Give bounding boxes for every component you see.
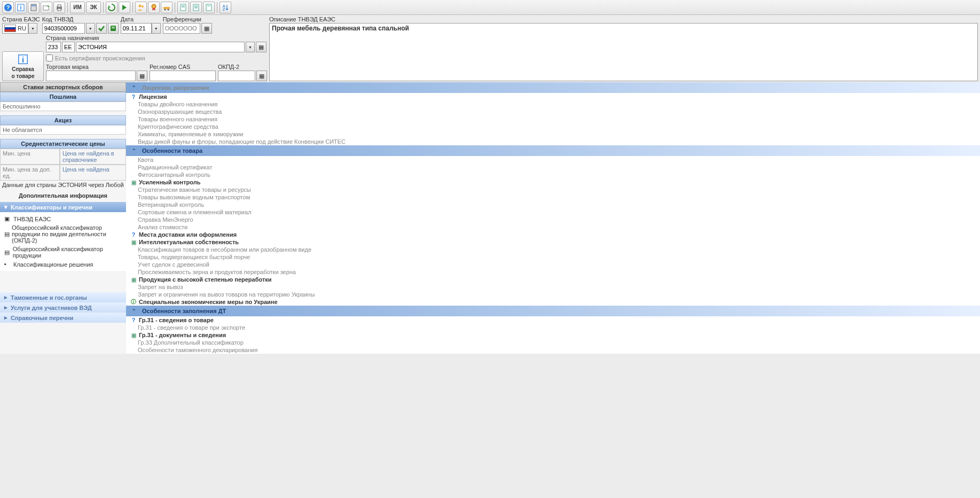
list-item-header[interactable]: ▣Продукция с высокой степенью переработк… [126, 276, 980, 283]
list-item[interactable]: Справка МинЭнерго [126, 216, 980, 223]
list-item[interactable]: Запрет на вывоз [126, 283, 980, 291]
tb-users-icon[interactable] [135, 2, 147, 13]
group-header[interactable]: ⌃Особенности заполнения ДТ [126, 306, 980, 316]
tnved-input[interactable] [42, 23, 85, 34]
acc-classifiers[interactable]: ▾ Классификаторы и перечни [0, 202, 126, 212]
group-header[interactable]: ⌃Лицензии, разрешения [126, 82, 980, 93]
list-item[interactable]: Сортовые семена и племенной материал [126, 208, 980, 216]
dest-cc-input[interactable] [62, 42, 75, 52]
list-item[interactable]: Виды дикой фауны и флоры, попадающие под… [126, 138, 980, 145]
group-header[interactable]: ⌃Особенности товара [126, 145, 980, 156]
okpd-input[interactable] [218, 71, 255, 81]
tb-sort-icon[interactable]: AZ [219, 2, 231, 13]
acc-services[interactable]: ▸ Услуги для участников ВЭД [0, 302, 126, 313]
svg-point-10 [139, 4, 142, 7]
list-item[interactable]: Товары вывозимые водным транспортом [126, 193, 980, 201]
trade-mark-grid-icon[interactable]: ▦ [137, 71, 147, 81]
okpd-grid-icon[interactable]: ▦ [256, 71, 267, 81]
list-item[interactable]: Гр.33 Дополнительный классификатор [126, 339, 980, 346]
tb-im-button[interactable]: ИМ [70, 2, 85, 13]
date-input[interactable] [121, 23, 152, 34]
list-item-header[interactable]: ▣Интеллектуальная собственность [126, 238, 980, 246]
list-item[interactable]: Стратегически важные товары и ресурсы [126, 186, 980, 193]
pref-input[interactable] [163, 23, 200, 34]
left-panel: Ставки экспортных сборов Пошлина Беспошл… [0, 82, 126, 354]
list-item[interactable]: Анализ стоимости [126, 223, 980, 231]
list-item[interactable]: Фитосанитарный контроль [126, 171, 980, 178]
list-item[interactable]: Товары военного назначения [126, 115, 980, 123]
tb-refresh-icon[interactable] [106, 2, 117, 13]
tb-info-icon[interactable]: i [15, 2, 27, 13]
collapse-icon[interactable]: ⌃ [130, 147, 138, 154]
tnved-dropdown[interactable] [86, 23, 95, 34]
list-item-header[interactable]: ?Лицензия [126, 93, 980, 100]
svg-rect-16 [181, 4, 186, 11]
chevron-right-icon: ▸ [4, 304, 7, 311]
dest-dropdown[interactable] [246, 42, 255, 52]
country-eaes-select[interactable]: RU [2, 23, 28, 34]
list-item[interactable]: Особенности таможенного декларирования [126, 346, 980, 354]
product-info-button[interactable]: i Справка о товаре [2, 51, 44, 81]
pref-grid-icon[interactable]: ▦ [201, 23, 212, 34]
dest-label: Страна назначения [46, 35, 267, 41]
list-item[interactable]: Квота [126, 156, 980, 164]
tree-icon: ▤ [4, 231, 10, 238]
list-item[interactable]: Учет сделок с древесиной [126, 261, 980, 268]
svg-rect-5 [32, 5, 36, 6]
dest-name-input[interactable] [76, 42, 245, 52]
tnved-book-icon[interactable] [108, 23, 119, 34]
add-info-header: Дополнительная информация [0, 189, 126, 202]
date-label: Дата [121, 16, 161, 22]
tb-help-icon[interactable]: ? [2, 2, 14, 13]
min-price-value: Цена не найдена в справочнике [60, 149, 126, 165]
tb-export-icon[interactable] [41, 2, 52, 13]
tb-cert-icon[interactable] [148, 2, 160, 13]
cas-input[interactable] [150, 71, 216, 81]
list-item[interactable]: Криптографические средства [126, 123, 980, 130]
cert-checkbox[interactable] [46, 55, 53, 61]
tb-page3-icon[interactable] [203, 2, 215, 13]
list-item-header[interactable]: ⓘСпециальные экономические меры по Украи… [126, 298, 980, 306]
tb-page2-icon[interactable] [190, 2, 202, 13]
tb-print-icon[interactable] [53, 2, 65, 13]
tb-car-icon[interactable] [161, 2, 173, 13]
list-item[interactable]: Химикаты, применяемые в химоружии [126, 130, 980, 138]
trade-mark-input[interactable] [46, 71, 136, 81]
country-eaes-dropdown[interactable] [28, 23, 37, 34]
list-item[interactable]: Озоноразрушающие вещества [126, 108, 980, 115]
svg-text:?: ? [6, 4, 10, 11]
tb-page1-icon[interactable] [177, 2, 189, 13]
list-item[interactable]: Гр.31 - сведения о товаре при экспорте [126, 324, 980, 331]
acc-customs[interactable]: ▸ Таможенные и гос.органы [0, 292, 126, 302]
acc-reference[interactable]: ▸ Справочные перечни [0, 313, 126, 323]
list-item-header[interactable]: ?Гр.31 - сведения о товаре [126, 316, 980, 324]
tnved-label: Код ТНВЭД [42, 16, 119, 22]
list-item[interactable]: Ветеринарный контроль [126, 201, 980, 208]
dest-grid-icon[interactable]: ▦ [256, 42, 266, 52]
classifier-link[interactable]: ▪Классификационые решения [4, 260, 122, 269]
list-item[interactable]: Запрет и ограничения на вывоз товаров на… [126, 291, 980, 298]
min-price-label: Мин. цена [0, 149, 60, 165]
list-item[interactable]: Радиационный сертификат [126, 164, 980, 171]
date-dropdown[interactable] [152, 23, 161, 34]
list-item-header[interactable]: ?Места доставки или оформления [126, 231, 980, 238]
list-item[interactable]: Прослеживаемость зерна и продуктов перер… [126, 268, 980, 276]
list-item[interactable]: Товары двойного назначения [126, 100, 980, 108]
list-item-header[interactable]: ▣Усиленный контроль [126, 178, 980, 186]
tb-next-icon[interactable] [119, 2, 130, 13]
tnved-check-icon[interactable] [96, 23, 107, 34]
classifier-link[interactable]: ▣ТНВЭД ЕАЭС [4, 214, 122, 223]
desc-textarea[interactable]: Прочая мебель деревянная типа спальной [269, 23, 978, 81]
list-item-header[interactable]: ▣Гр.31 - документы и сведения [126, 331, 980, 339]
classifier-link[interactable]: ▤Общероссийский классификатор продукции … [4, 223, 122, 245]
dest-code-input[interactable] [46, 42, 61, 52]
list-item[interactable]: Товары, подвергающиеся быстрой порче [126, 253, 980, 261]
svg-rect-9 [58, 9, 61, 11]
list-item[interactable]: Классификация товаров в несобранном или … [126, 246, 980, 253]
classifier-link[interactable]: ▤Общероссийский классификатор продукции [4, 245, 122, 260]
collapse-icon[interactable]: ⌃ [130, 84, 138, 91]
tb-calc-icon[interactable] [28, 2, 40, 13]
collapse-icon[interactable]: ⌃ [130, 307, 138, 315]
export-rates-header: Ставки экспортных сборов [0, 82, 126, 92]
tb-ek-button[interactable]: ЭК [86, 2, 101, 13]
